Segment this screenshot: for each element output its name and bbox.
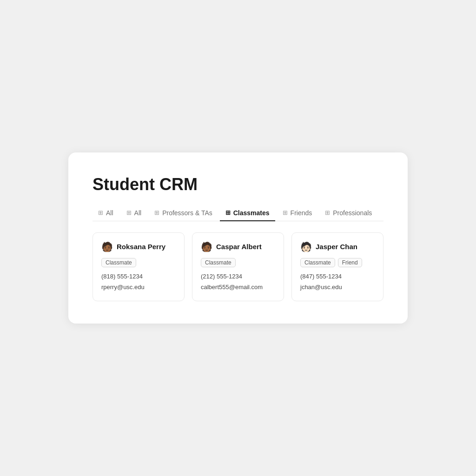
contact-email: calbert555@email.com [201,282,275,292]
contacts-grid: 🧑🏾Roksana PerryClassmate(818) 555-1234rp… [93,232,383,302]
grid-icon: ⊞ [98,209,103,216]
tab-all1[interactable]: ⊞All [93,205,119,221]
contact-info: (847) 555-1234jchan@usc.edu [300,271,375,293]
tab-label: Friends [291,209,312,217]
contact-tags: Classmate [101,258,176,267]
main-card: Student CRM ⊞All⊞All⊞Professors & TAs⊞Cl… [68,152,408,324]
contact-phone: (847) 555-1234 [300,271,375,282]
tab-professionals[interactable]: ⊞Professionals [319,205,377,221]
tab-professors[interactable]: ⊞Professors & TAs [149,205,218,221]
tab-label: Professors & TAs [162,209,212,217]
tag-badge: Classmate [101,258,136,267]
grid-icon: ⊞ [126,209,132,216]
contact-name-row: 🧑🏻Jasper Chan [300,241,375,252]
tab-all2[interactable]: ⊞All [121,205,147,221]
contact-phone: (212) 555-1234 [201,271,275,282]
grid-icon: ⊞ [325,209,330,216]
tab-classmates[interactable]: ⊞Classmates [220,205,275,221]
contact-info: (818) 555-1234rperry@usc.edu [101,271,176,293]
contact-email: jchan@usc.edu [300,282,375,292]
contact-card-roksana: 🧑🏾Roksana PerryClassmate(818) 555-1234rp… [93,232,185,302]
contact-name: Jasper Chan [316,243,357,251]
grid-icon: ⊞ [154,209,159,216]
contact-email: rperry@usc.edu [101,282,176,292]
avatar: 🧑🏾 [101,241,113,252]
tag-badge: Classmate [201,258,236,267]
grid-icon: ⊞ [225,209,231,216]
tag-badge: Classmate [300,258,335,267]
avatar: 🧑🏻 [300,241,312,252]
contact-name-row: 🧑🏾Roksana Perry [101,241,176,252]
tag-badge: Friend [338,258,362,267]
contact-info: (212) 555-1234calbert555@email.com [201,271,275,293]
tab-bar: ⊞All⊞All⊞Professors & TAs⊞Classmates⊞Fri… [93,205,383,221]
contact-tags: Classmate [201,258,275,267]
contact-card-jasper: 🧑🏻Jasper ChanClassmateFriend(847) 555-12… [291,232,383,302]
contact-card-caspar: 🧑🏾Caspar AlbertClassmate(212) 555-1234ca… [192,232,284,302]
page-title: Student CRM [93,175,383,194]
tab-friends[interactable]: ⊞Friends [277,205,318,221]
contact-tags: ClassmateFriend [300,258,375,267]
avatar: 🧑🏾 [201,241,212,252]
tab-label: Classmates [233,209,270,217]
contact-name: Roksana Perry [117,243,165,251]
contact-phone: (818) 555-1234 [101,271,176,282]
contact-name-row: 🧑🏾Caspar Albert [201,241,275,252]
tab-label: All [134,209,142,217]
tab-label: Professionals [333,209,372,217]
grid-icon: ⊞ [283,209,288,216]
contact-name: Caspar Albert [216,243,262,251]
tab-label: All [106,209,113,217]
